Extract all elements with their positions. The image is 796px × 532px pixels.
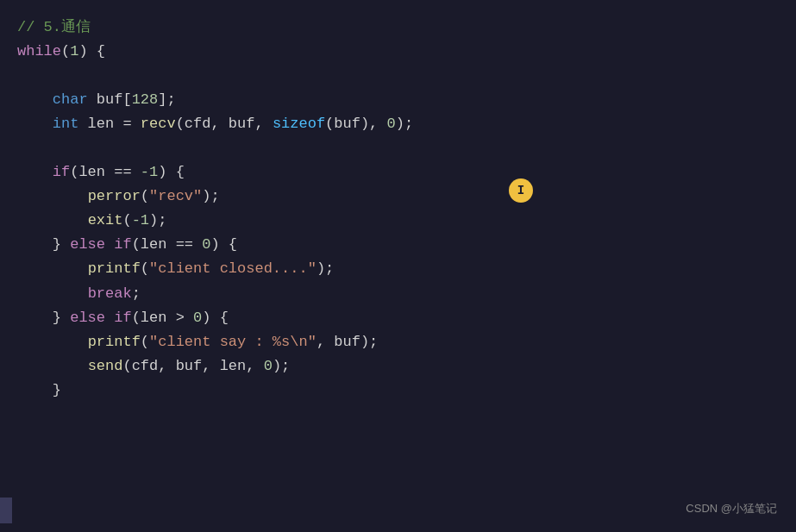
plain-token: }	[17, 382, 61, 398]
plain-token: exit(-1);	[17, 212, 166, 228]
code-line-3	[17, 64, 779, 88]
code-line-9: exit(-1);	[17, 209, 779, 233]
plain-token: int len = recv(cfd, buf, sizeof(buf), 0)…	[17, 116, 413, 132]
plain-token: char buf[128];	[17, 91, 176, 108]
plain-token: send(cfd, buf, len, 0);	[17, 358, 290, 374]
code-line-10: } else if(len == 0) {	[17, 233, 779, 257]
plain-token: } else if(len == 0) {	[17, 236, 237, 253]
code-line-12: break;	[17, 282, 779, 306]
code-line-11: printf("client closed....");	[17, 257, 779, 281]
code-line-7: if(len == -1) {	[17, 160, 779, 185]
code-line-16: }	[17, 379, 779, 403]
code-line-15: send(cfd, buf, len, 0);	[17, 354, 779, 379]
comment-token: // 5.通信	[17, 19, 91, 35]
plain-token: if(len == -1) {	[17, 164, 185, 180]
code-line-1: // 5.通信	[17, 16, 779, 40]
plain-token: printf("client say : %s\n", buf);	[17, 334, 378, 350]
watermark: CSDN @小猛笔记	[686, 501, 777, 516]
code-block: // 5.通信 while(1) { char buf[128]; int le…	[17, 16, 779, 403]
code-editor: // 5.通信 while(1) { char buf[128]; int le…	[0, 0, 796, 532]
code-line-14: printf("client say : %s\n", buf);	[17, 330, 779, 354]
text-cursor-icon: I	[509, 178, 533, 203]
code-line-4: char buf[128];	[17, 88, 779, 112]
plain-token: printf("client closed....");	[17, 260, 334, 277]
plain-token: perror("recv");	[17, 188, 220, 204]
plain-token: while(1) {	[17, 43, 105, 59]
plain-token: break;	[17, 285, 141, 302]
code-line-6	[17, 136, 779, 160]
code-line-2: while(1) {	[17, 40, 779, 64]
plain-token: } else if(len > 0) {	[17, 310, 229, 326]
code-line-5: int len = recv(cfd, buf, sizeof(buf), 0)…	[17, 112, 779, 136]
code-line-8: perror("recv");	[17, 185, 779, 209]
scroll-indicator[interactable]	[0, 498, 12, 523]
code-line-13: } else if(len > 0) {	[17, 306, 779, 330]
